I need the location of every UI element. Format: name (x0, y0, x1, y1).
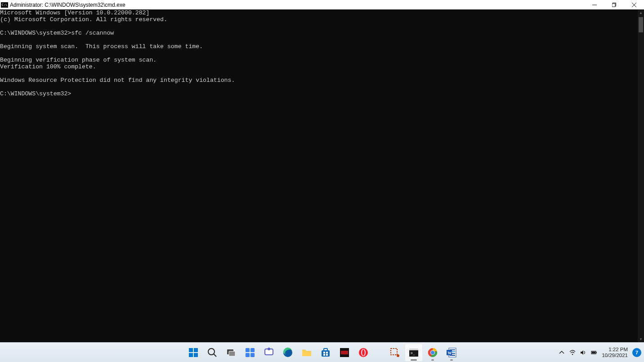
svg-marker-47 (581, 350, 583, 355)
terminal-line (0, 23, 638, 30)
volume-button[interactable] (580, 349, 586, 356)
terminal-icon: >_ (408, 347, 419, 358)
svg-rect-34 (409, 349, 418, 350)
svg-rect-15 (246, 353, 250, 357)
tray-overflow-button[interactable] (559, 349, 565, 356)
terminal-line (0, 36, 638, 43)
svg-rect-2 (612, 4, 615, 7)
terminal-line: C:\WINDOWS\system32> (0, 90, 638, 97)
svg-rect-50 (592, 352, 595, 353)
terminal-line: Windows Resource Protection did not find… (0, 77, 638, 84)
battery-icon (591, 349, 597, 356)
maximize-icon (612, 3, 617, 7)
time-text: 1:22 PM (602, 347, 628, 353)
svg-rect-14 (250, 348, 255, 352)
chat-icon (264, 347, 274, 358)
scroll-down-button[interactable]: ▼ (638, 336, 644, 342)
minimize-icon (592, 3, 597, 7)
clock[interactable]: 1:22 PM 10/29/2021 (602, 347, 628, 358)
task-view-button[interactable] (222, 344, 240, 362)
svg-rect-27 (341, 351, 348, 354)
svg-line-10 (214, 354, 216, 357)
chrome-icon (427, 347, 438, 358)
terminal-line: Beginning system scan. This process will… (0, 43, 638, 50)
word-icon: W (446, 347, 457, 358)
svg-point-9 (208, 349, 215, 355)
terminal-line: Verification 100% complete. (0, 63, 638, 70)
opera-button[interactable] (354, 344, 372, 362)
maximize-button[interactable] (604, 0, 624, 9)
windows-logo-icon (188, 347, 199, 358)
close-button[interactable] (624, 0, 644, 9)
svg-rect-24 (323, 354, 325, 356)
scrollbar-track[interactable]: ▲ ▼ (638, 9, 644, 342)
close-icon (632, 3, 636, 7)
taskbar-pinned-group (184, 344, 372, 362)
app-red-button[interactable] (335, 344, 353, 362)
terminal-line: (c) Microsoft Corporation. All rights re… (0, 16, 638, 23)
terminal-line: Microsoft Windows [Version 10.0.22000.28… (0, 9, 638, 16)
task-view-icon (226, 347, 237, 358)
file-explorer-button[interactable] (298, 344, 316, 362)
search-button[interactable] (203, 344, 221, 362)
svg-point-46 (572, 354, 573, 355)
svg-point-32 (397, 354, 399, 357)
svg-rect-31 (391, 349, 397, 355)
svg-rect-20 (322, 350, 330, 357)
svg-rect-25 (326, 354, 328, 356)
terminal-window: Microsoft Windows [Version 10.0.22000.28… (0, 9, 644, 342)
wifi-button[interactable] (569, 349, 576, 356)
svg-rect-21 (324, 349, 327, 351)
svg-point-18 (268, 348, 270, 350)
svg-rect-6 (194, 348, 198, 352)
svg-text:W: W (448, 350, 452, 355)
speaker-icon (580, 349, 586, 356)
taskbar-running-group: >_ W (386, 344, 461, 362)
taskbar[interactable]: >_ W (0, 342, 644, 362)
search-icon (207, 347, 218, 358)
svg-rect-13 (246, 348, 250, 352)
minimize-button[interactable] (585, 0, 604, 9)
snip-icon (389, 347, 400, 358)
svg-point-30 (362, 349, 365, 356)
chevron-up-icon (559, 349, 565, 356)
notification-badge[interactable]: 7 (632, 348, 641, 357)
chat-button[interactable] (260, 344, 278, 362)
scroll-up-button[interactable]: ▲ (638, 9, 644, 16)
svg-rect-7 (189, 353, 193, 357)
folder-icon (301, 347, 312, 358)
svg-rect-8 (194, 353, 198, 357)
word-button[interactable]: W (443, 344, 461, 362)
terminal-line: C:\WINDOWS\system32>sfc /scannow (0, 30, 638, 36)
battery-button[interactable] (591, 349, 597, 356)
terminal-output[interactable]: Microsoft Windows [Version 10.0.22000.28… (0, 9, 638, 342)
scrollbar-thumb[interactable] (639, 17, 643, 32)
widgets-icon (245, 347, 255, 358)
svg-text:>_: >_ (411, 351, 415, 355)
svg-rect-23 (326, 352, 328, 353)
svg-rect-12 (229, 351, 235, 356)
snip-button[interactable] (386, 344, 404, 362)
window-controls (585, 0, 644, 9)
ms-store-button[interactable] (317, 344, 335, 362)
widgets-button[interactable] (241, 344, 259, 362)
svg-rect-5 (189, 348, 193, 352)
svg-rect-49 (596, 352, 597, 353)
system-tray: 1:22 PM 10/29/2021 7 (559, 343, 641, 362)
window-title: Administrator: C:\WINDOWS\system32\cmd.e… (10, 2, 125, 8)
start-button[interactable] (184, 344, 202, 362)
cmd-app-icon: C:\ (1, 2, 8, 8)
terminal-line: Beginning verification phase of system s… (0, 57, 638, 63)
svg-rect-16 (250, 353, 255, 357)
svg-rect-22 (323, 352, 325, 353)
edge-button[interactable] (279, 344, 297, 362)
date-text: 10/29/2021 (602, 353, 628, 358)
opera-icon (358, 347, 369, 358)
store-icon (320, 347, 331, 358)
terminal-line (0, 70, 638, 77)
chrome-button[interactable] (424, 344, 442, 362)
terminal-line (0, 84, 638, 90)
app-red-icon (339, 347, 350, 358)
titlebar[interactable]: C:\ Administrator: C:\WINDOWS\system32\c… (0, 0, 644, 9)
cmd-taskbar-button[interactable]: >_ (405, 344, 423, 362)
